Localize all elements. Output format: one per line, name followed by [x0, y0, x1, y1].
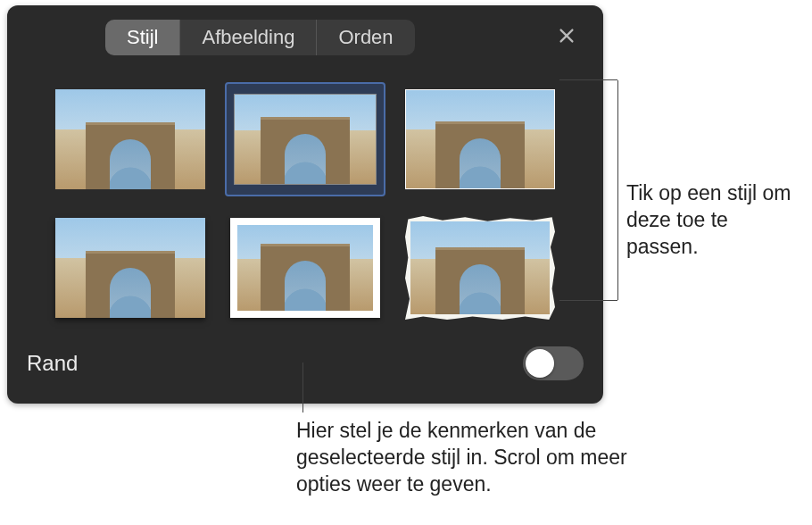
style-torn-paper[interactable] [400, 211, 560, 325]
callout-style-attributes: Hier stel je de kenmerken van de geselec… [296, 418, 671, 498]
style-thumbnail [234, 94, 377, 185]
style-outline[interactable] [400, 82, 560, 196]
style-thumbnail [237, 225, 373, 311]
style-thumbnail-wrap [405, 216, 555, 320]
style-thumbnail [55, 218, 205, 318]
callout-leader-line [559, 79, 617, 80]
style-mat[interactable] [225, 211, 385, 325]
style-thumbnail [55, 89, 205, 189]
tab-stijl[interactable]: Stijl [105, 20, 180, 55]
style-thumbnail-wrap [230, 218, 380, 318]
style-thumbnail [405, 89, 555, 189]
toggle-knob [526, 349, 554, 378]
close-icon [557, 26, 576, 46]
close-button[interactable] [553, 22, 580, 49]
rand-label: Rand [27, 351, 78, 376]
segmented-control: Stijl Afbeelding Orden [105, 20, 415, 55]
callout-style-tap: Tik op een stijl om deze toe te passen. [626, 180, 805, 261]
styles-grid [25, 82, 585, 325]
footer-row: Rand [27, 346, 584, 380]
tab-bar: Stijl Afbeelding Orden [25, 18, 585, 57]
style-shadow[interactable] [50, 211, 211, 325]
style-plain[interactable] [50, 82, 211, 196]
callout-leader-line [559, 300, 617, 301]
callout-leader-line [617, 80, 618, 300]
style-framed-selected[interactable] [225, 82, 385, 196]
tab-afbeelding[interactable]: Afbeelding [180, 20, 317, 55]
format-panel: Stijl Afbeelding Orden [7, 5, 603, 404]
callout-leader-line [302, 362, 303, 412]
rand-toggle[interactable] [523, 346, 584, 380]
style-thumbnail [410, 221, 550, 314]
tab-orden[interactable]: Orden [317, 20, 414, 55]
